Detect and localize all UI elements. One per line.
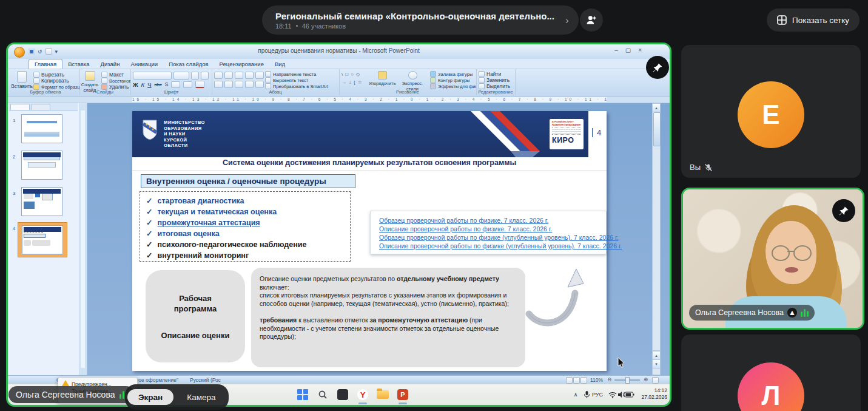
link-physics-description[interactable]: Описание проверочной работы по физике. 7… (379, 225, 606, 233)
smartart-button[interactable]: Преобразовать в SmartArt (265, 83, 328, 89)
fit-to-window-icon[interactable] (652, 377, 659, 384)
character-spacing-icon[interactable] (171, 81, 180, 88)
font-family-select[interactable] (133, 72, 172, 80)
shape-star-icon[interactable]: ☆ (358, 80, 362, 85)
select-button[interactable]: Выделить (479, 83, 510, 89)
cut-button[interactable]: Вырезать (33, 72, 64, 78)
slide-thumbnail-2[interactable] (21, 151, 62, 180)
pin-participant-button[interactable] (832, 199, 855, 222)
tab-slideshow[interactable]: Показ слайдов (163, 59, 214, 69)
pin-share-button[interactable] (646, 56, 669, 79)
minimize-button[interactable]: – (614, 47, 618, 53)
tab-review[interactable]: Рецензирование (214, 59, 269, 69)
line-spacing-icon[interactable] (255, 72, 264, 79)
shape-outline-button[interactable]: Контур фигуры (430, 77, 469, 83)
shape-effects-button[interactable]: Эффекты для фигур (430, 83, 477, 89)
tab-animations[interactable]: Анимации (125, 59, 163, 69)
slide-thumbnail-panel[interactable]: 1 2 3 (8, 103, 79, 375)
shape-diamond-icon[interactable]: ◇ (356, 72, 360, 77)
shape-circle-icon[interactable]: ○ (351, 72, 354, 77)
layout-button[interactable]: Макет (101, 72, 124, 78)
link-physics-sample[interactable]: Образец проверочной работы по физике. 7 … (379, 216, 606, 225)
decrease-indent-icon[interactable] (235, 72, 243, 79)
shape-down-arrow-icon[interactable]: ↓ (349, 80, 351, 85)
tray-battery[interactable] (623, 388, 636, 401)
italic-button[interactable]: К (141, 81, 145, 88)
screen-tab[interactable]: Экран (127, 389, 173, 405)
scrollbar-thumb[interactable] (653, 112, 661, 146)
add-participant-button[interactable] (580, 8, 603, 32)
replace-button[interactable]: Заменить (479, 77, 510, 83)
text-shadow-button[interactable]: S (165, 81, 169, 87)
tab-view[interactable]: Вид (269, 59, 291, 69)
increase-indent-icon[interactable] (245, 72, 254, 79)
shrink-font-icon[interactable] (201, 72, 209, 80)
find-button[interactable]: Найти (479, 71, 501, 77)
close-button[interactable]: × (638, 47, 642, 53)
taskbar-file-explorer[interactable] (376, 388, 389, 401)
tab-insert[interactable]: Вставка (62, 59, 95, 69)
normal-view-icon[interactable] (566, 377, 573, 384)
zoom-in-icon[interactable]: ⊕ (644, 376, 648, 382)
screen-share-area[interactable]: ↺ ▾ процедуры оценивания нормативы - Mic… (6, 42, 671, 407)
columns-icon[interactable] (255, 81, 264, 88)
underline-button[interactable]: Ч (147, 81, 151, 88)
show-grid-button[interactable]: Показать сетку (767, 8, 860, 32)
copy-button[interactable]: Копировать (33, 78, 69, 84)
shape-line-icon[interactable]: \ (341, 72, 343, 77)
taskbar-powerpoint[interactable]: P (396, 388, 409, 401)
participant-tile-third[interactable]: Л (681, 335, 861, 411)
paste-button[interactable]: Вставить (13, 71, 31, 89)
slide-thumbnail-4-selected[interactable] (18, 222, 67, 257)
align-center-icon[interactable] (224, 81, 233, 88)
grow-font-icon[interactable] (191, 72, 199, 80)
taskbar-yandex-browser[interactable]: Y (356, 388, 369, 401)
previous-slide-icon[interactable]: ▴ (653, 352, 660, 360)
tab-home[interactable]: Главная (29, 59, 62, 69)
next-slide-icon[interactable]: ▾ (653, 360, 660, 369)
shape-fill-button[interactable]: Заливка фигуры (430, 71, 473, 77)
font-color-icon[interactable] (195, 81, 204, 88)
participant-tile-presenter[interactable]: Ольга Сергеевна Носова ▲ (681, 188, 864, 330)
outline-tab[interactable] (31, 104, 50, 110)
tab-design[interactable]: Дизайн (95, 59, 125, 69)
link-physics-advanced-description[interactable]: Описание проверочной работы по физике (у… (379, 242, 606, 250)
slideshow-view-icon[interactable] (580, 377, 587, 384)
quick-styles-button[interactable]: Экспресс-стили (397, 71, 428, 92)
justify-icon[interactable] (245, 81, 254, 88)
tray-clock[interactable]: 14:12 27.02.2026 (641, 387, 667, 401)
align-right-icon[interactable] (235, 81, 243, 88)
text-direction-button[interactable]: Направление текста (265, 71, 316, 77)
start-button[interactable] (296, 388, 309, 401)
reset-button[interactable]: Восстановить (101, 78, 131, 84)
arrange-button[interactable]: Упорядочить (368, 71, 396, 86)
scroll-up-icon[interactable]: ▴ (653, 104, 660, 112)
bold-button[interactable]: Ж (133, 81, 138, 88)
slide-sorter-view-icon[interactable] (573, 377, 580, 384)
taskbar-app-dark[interactable] (336, 388, 349, 401)
zoom-out-icon[interactable]: ⊖ (607, 376, 611, 382)
slide-thumbnail-1[interactable] (21, 114, 62, 143)
chevron-right-icon[interactable]: › (563, 15, 569, 25)
numbering-icon[interactable] (224, 72, 233, 79)
shape-arrow-icon[interactable]: → (341, 80, 346, 85)
tray-mic-button[interactable] (580, 388, 593, 401)
slide-nav-buttons[interactable]: ▴ ▾ (652, 351, 661, 375)
shape-rect-icon[interactable]: □ (345, 72, 348, 77)
participant-tile-self[interactable]: Е Вы (681, 45, 861, 178)
slide-thumbnail-3[interactable] (21, 187, 62, 216)
font-size-select[interactable] (173, 72, 189, 80)
slides-tab[interactable] (10, 104, 30, 110)
align-left-icon[interactable] (214, 81, 223, 88)
align-text-button[interactable]: Выровнять текст (265, 77, 308, 83)
zoom-slider-thumb[interactable] (625, 377, 630, 384)
link-physics-advanced-sample[interactable]: Образец проверочной работы по физике (уг… (379, 233, 606, 242)
tray-language[interactable]: РУС (592, 392, 603, 398)
bullets-icon[interactable] (214, 72, 223, 79)
change-case-icon[interactable] (183, 81, 192, 88)
vertical-scrollbar[interactable]: ▴ (652, 103, 661, 351)
maximize-button[interactable]: ▢ (625, 47, 631, 53)
taskbar-search-button[interactable] (316, 388, 329, 401)
strikethrough-button[interactable]: abc (155, 82, 162, 87)
camera-tab[interactable]: Камера (176, 393, 226, 402)
